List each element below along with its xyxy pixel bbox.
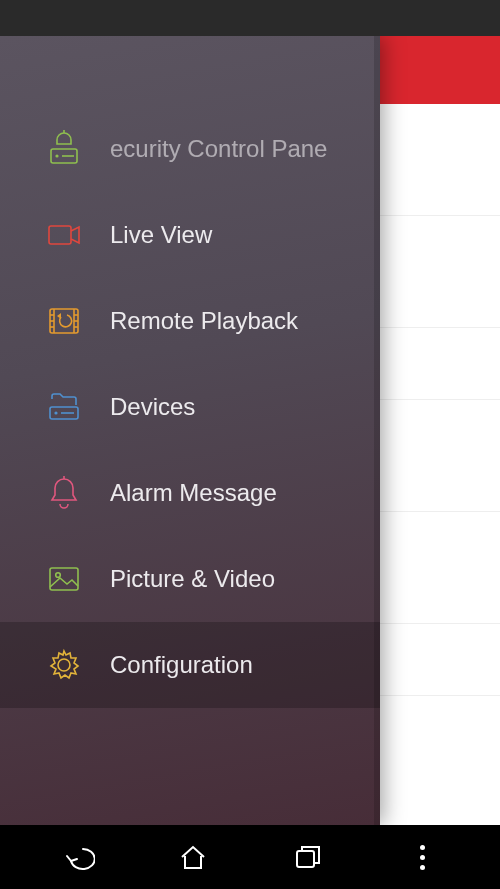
drawer-item-remote-playback[interactable]: Remote Playback <box>0 278 380 364</box>
drawer-item-security-panel[interactable]: ecurity Control Pane <box>0 106 380 192</box>
navigation-drawer: ecurity Control Pane Live View <box>0 36 380 825</box>
drawer-item-label: ecurity Control Pane <box>110 135 327 163</box>
drawer-item-label: Alarm Message <box>110 479 277 507</box>
alarm-icon <box>44 473 84 513</box>
configuration-icon <box>44 645 84 685</box>
drawer-item-picture-video[interactable]: Picture & Video <box>0 536 380 622</box>
drawer-item-label: Remote Playback <box>110 307 298 335</box>
security-panel-icon <box>44 129 84 169</box>
svg-rect-33 <box>297 851 314 867</box>
android-nav-bar <box>0 825 500 889</box>
drawer-item-label: Picture & Video <box>110 565 275 593</box>
playback-icon <box>44 301 84 341</box>
svg-point-13 <box>55 154 58 157</box>
svg-point-27 <box>54 411 57 414</box>
app-area: Pas Tra Wi- <box>0 36 500 825</box>
drawer-list: ecurity Control Pane Live View <box>0 36 380 708</box>
back-icon <box>61 843 95 871</box>
svg-rect-30 <box>50 568 78 590</box>
devices-icon <box>44 387 84 427</box>
drawer-item-configuration[interactable]: Configuration <box>0 622 380 708</box>
svg-rect-16 <box>49 226 71 244</box>
drawer-item-label: Devices <box>110 393 195 421</box>
more-icon <box>420 845 425 870</box>
drawer-item-devices[interactable]: Devices <box>0 364 380 450</box>
recent-apps-icon <box>294 844 322 870</box>
nav-back-button[interactable] <box>58 837 98 877</box>
picture-video-icon <box>44 559 84 599</box>
drawer-item-live-view[interactable]: Live View <box>0 192 380 278</box>
drawer-item-label: Configuration <box>110 651 253 679</box>
drawer-item-alarm-message[interactable]: Alarm Message <box>0 450 380 536</box>
svg-point-31 <box>56 573 61 578</box>
nav-recent-button[interactable] <box>288 837 328 877</box>
live-view-icon <box>44 215 84 255</box>
drawer-item-label: Live View <box>110 221 212 249</box>
nav-home-button[interactable] <box>173 837 213 877</box>
android-status-bar <box>0 0 500 36</box>
home-icon <box>178 843 208 871</box>
nav-more-button[interactable] <box>403 837 443 877</box>
svg-point-32 <box>58 659 70 671</box>
